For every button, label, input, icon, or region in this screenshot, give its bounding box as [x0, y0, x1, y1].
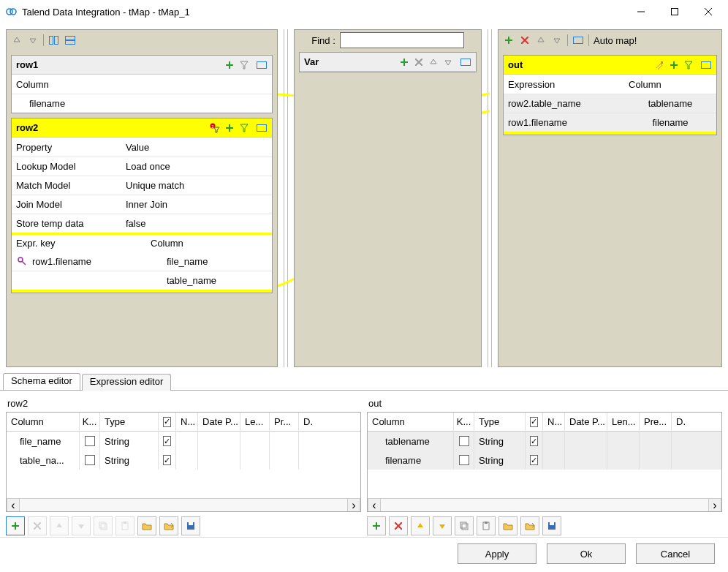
export-button[interactable]: [159, 516, 178, 535]
schema-type-value[interactable]: String: [474, 432, 526, 451]
find-input[interactable]: [340, 32, 464, 48]
cancel-button[interactable]: Cancel: [636, 543, 715, 564]
schema-type-value[interactable]: String: [100, 432, 159, 451]
row2-header[interactable]: row2 2: [12, 118, 272, 138]
row1-header[interactable]: row1: [12, 56, 272, 75]
schema-type-value[interactable]: String: [100, 451, 159, 470]
hdr-default[interactable]: D.: [672, 413, 694, 432]
save-button[interactable]: [542, 516, 561, 535]
schema-nullable-checkbox[interactable]: ✓: [159, 432, 176, 451]
hdr-key[interactable]: K...: [80, 413, 100, 432]
import-button[interactable]: [137, 516, 156, 535]
paste-button[interactable]: [477, 516, 496, 535]
remove-output-icon[interactable]: [519, 34, 531, 46]
schema-type-value[interactable]: String: [474, 451, 526, 470]
row1-column-value[interactable]: filename: [12, 98, 272, 109]
hdr-precision[interactable]: Pre...: [640, 413, 672, 432]
add-icon[interactable]: [668, 59, 680, 71]
schema-col-name[interactable]: tablename: [368, 432, 454, 451]
tab-schema-editor[interactable]: Schema editor: [3, 373, 80, 390]
remove-icon[interactable]: [413, 56, 425, 68]
add-row-button[interactable]: [367, 516, 386, 535]
row2-prop-value[interactable]: Unique match: [121, 180, 272, 191]
row2-col-value[interactable]: table_name: [146, 275, 272, 286]
add-icon[interactable]: [224, 122, 235, 134]
schema-nullable-checkbox[interactable]: ✓: [526, 432, 543, 451]
move-down-button[interactable]: [72, 516, 91, 535]
move-down-icon[interactable]: [27, 34, 39, 46]
splitter-right[interactable]: [488, 29, 492, 367]
hdr-date-pattern[interactable]: Date P...: [565, 413, 607, 432]
var-header[interactable]: Var: [300, 53, 476, 72]
hdr-precision[interactable]: Pr...: [270, 413, 299, 432]
apply-button[interactable]: Apply: [458, 543, 536, 564]
schema-key-checkbox[interactable]: [80, 432, 100, 451]
move-up-button[interactable]: [50, 516, 69, 535]
move-down-button[interactable]: [433, 516, 452, 535]
layout-icon[interactable]: [572, 34, 584, 46]
row2-col-value[interactable]: file_name: [146, 256, 272, 267]
out-col-value[interactable]: tablename: [624, 98, 716, 109]
out-col-value[interactable]: filename: [624, 117, 716, 128]
schema-nullable-checkbox[interactable]: ✓: [526, 451, 543, 470]
splitter-left[interactable]: [284, 29, 288, 367]
maximize-panel-icon[interactable]: [460, 56, 471, 68]
row2-expr-value[interactable]: row1.filename: [32, 256, 91, 267]
filter-accept-icon[interactable]: [238, 122, 250, 134]
schema-col-name[interactable]: file_name: [7, 432, 80, 451]
filter-accept-icon[interactable]: [683, 59, 694, 71]
hdr-key[interactable]: K...: [454, 413, 474, 432]
settings-icon[interactable]: [653, 59, 665, 71]
copy-button[interactable]: [455, 516, 474, 535]
hdr-type[interactable]: Type: [100, 413, 159, 432]
schema-col-name[interactable]: filename: [368, 451, 454, 470]
schema-key-checkbox[interactable]: [454, 451, 474, 470]
scroll-left-icon[interactable]: ‹: [7, 499, 20, 511]
auto-map-button[interactable]: Auto map!: [594, 35, 637, 46]
paste-button[interactable]: [115, 516, 134, 535]
save-button[interactable]: [181, 516, 200, 535]
schema-key-checkbox[interactable]: [80, 451, 100, 470]
hdr-date-pattern[interactable]: Date P...: [198, 413, 240, 432]
hdr-nullable[interactable]: N...: [176, 413, 198, 432]
maximize-panel-icon[interactable]: [256, 59, 268, 71]
hdr-nullable-check[interactable]: ✓: [159, 413, 176, 432]
row2-prop-value[interactable]: Inner Join: [121, 199, 272, 210]
move-down-icon[interactable]: [442, 56, 454, 68]
move-up-icon[interactable]: [535, 34, 547, 46]
filter-icon[interactable]: [238, 59, 250, 71]
scroll-right-icon[interactable]: ›: [347, 499, 360, 511]
hdr-nullable[interactable]: N...: [543, 413, 565, 432]
schema-right-scrollbar[interactable]: ‹ ›: [368, 498, 721, 511]
schema-nullable-checkbox[interactable]: ✓: [159, 451, 176, 470]
delete-row-button[interactable]: [389, 516, 408, 535]
out-expr-value[interactable]: row1.filename: [504, 117, 624, 128]
hdr-column[interactable]: Column: [7, 413, 80, 432]
schema-left-scrollbar[interactable]: ‹ ›: [7, 498, 360, 511]
delete-row-button[interactable]: [28, 516, 47, 535]
close-button[interactable]: [691, 0, 725, 23]
export-button[interactable]: [520, 516, 539, 535]
add-output-icon[interactable]: [503, 34, 515, 46]
hdr-type[interactable]: Type: [474, 413, 526, 432]
maximize-panel-icon[interactable]: [700, 59, 712, 71]
maximize-panel-icon[interactable]: [256, 122, 268, 134]
layout-icon-1[interactable]: [48, 34, 60, 46]
hdr-column[interactable]: Column: [368, 413, 454, 432]
schema-col-name[interactable]: table_na...: [7, 451, 80, 470]
maximize-button[interactable]: [658, 0, 691, 23]
import-button[interactable]: [498, 516, 517, 535]
ok-button[interactable]: Ok: [547, 543, 626, 564]
move-up-icon[interactable]: [428, 56, 439, 68]
out-header[interactable]: out: [504, 56, 716, 75]
add-row-button[interactable]: [6, 516, 25, 535]
row2-prop-value[interactable]: Load once: [121, 161, 272, 172]
add-icon[interactable]: [224, 59, 235, 71]
move-up-icon[interactable]: [11, 34, 23, 46]
hdr-length[interactable]: Le...: [240, 413, 270, 432]
hdr-default[interactable]: D.: [299, 413, 321, 432]
tab-expression-editor[interactable]: Expression editor: [82, 374, 171, 391]
add-icon[interactable]: [398, 56, 410, 68]
move-up-button[interactable]: [411, 516, 430, 535]
hdr-nullable-check[interactable]: ✓: [526, 413, 543, 432]
